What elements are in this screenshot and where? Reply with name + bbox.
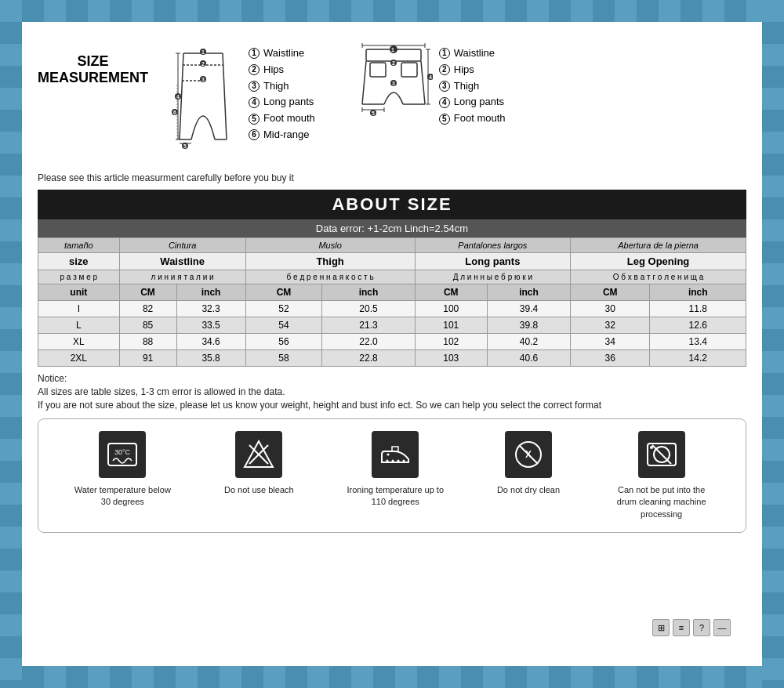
svg-rect-29 [401, 63, 417, 77]
cell-thigh-in: 22.8 [322, 350, 415, 367]
cell-leg-in: 12.6 [650, 317, 746, 334]
svg-line-3 [223, 53, 227, 139]
col-inch2: inch [322, 284, 415, 301]
col-thigh: Thigh [245, 253, 415, 270]
table-row: 2XL 91 35.8 58 22.8 103 40.6 36 14.2 [38, 350, 746, 367]
svg-text:3: 3 [392, 81, 395, 86]
svg-point-58 [403, 460, 405, 462]
col-dlinnye: Д л и н н ы е б р ю к и [415, 270, 571, 284]
please-note-text: Please see this article measurment caref… [38, 172, 746, 183]
size-diagram-section: SIZE MEASUREMENT [38, 38, 746, 163]
col-razmer: р а з м е р [38, 270, 120, 284]
svg-point-57 [397, 460, 400, 462]
border-right [762, 0, 784, 688]
cell-thigh-in: 20.5 [322, 301, 415, 317]
cell-pants-cm: 100 [415, 301, 487, 317]
close-btn[interactable]: — [713, 619, 731, 636]
svg-text:5: 5 [183, 143, 187, 149]
toolbar-icons: ⊞ ≡ ? — [652, 619, 731, 636]
col-cintura: Cintura [119, 238, 245, 253]
svg-text:6: 6 [173, 110, 176, 115]
cell-waist-cm: 85 [119, 317, 176, 334]
care-nodry-text: Do not dry clean [497, 484, 560, 496]
svg-text:2: 2 [392, 60, 395, 66]
cell-thigh-cm: 58 [245, 350, 322, 367]
notice-section: Notice: All sizes are table sizes, 1-3 c… [38, 373, 746, 411]
care-water-text: Water temperature below 30 degrees [71, 484, 173, 509]
about-size-container: ABOUT SIZE Data error: +1-2cm Linch=2.54… [38, 190, 746, 367]
col-abertura: Abertura de la pierna [571, 238, 746, 253]
cell-leg-cm: 36 [571, 350, 650, 367]
table-row: L 85 33.5 54 21.3 101 39.8 32 12.6 [38, 317, 746, 334]
cell-pants-cm: 102 [415, 334, 487, 350]
cell-leg-in: 13.4 [650, 334, 746, 350]
long-pants-measurements: 1 Waistline 2 Hips 3 Thigh 4 Long pants … [249, 45, 315, 143]
col-liniya: л и н и я т а л и и [119, 270, 245, 284]
help-btn[interactable]: ? [693, 619, 710, 636]
cell-thigh-in: 21.3 [322, 317, 415, 334]
col-legopening: Leg Opening [571, 253, 746, 270]
long-pants-diagram: 1 2 3 4 5 [164, 38, 242, 163]
cell-waist-in: 34.6 [176, 334, 245, 350]
care-section: 30°C Water temperature below 30 degrees … [38, 418, 746, 533]
col-size: size [38, 253, 120, 270]
svg-text:4: 4 [429, 74, 432, 80]
cell-size: I [38, 301, 120, 317]
shorts-measurements: 1 Waistline 2 Hips 3 Thigh 4 Long pants … [439, 45, 506, 127]
size-label: SIZE MEASUREMENT [38, 53, 148, 86]
col-muslo: Muslo [245, 238, 415, 253]
svg-text:2: 2 [201, 61, 205, 67]
cell-size: L [38, 317, 120, 334]
table-row: I 82 32.3 52 20.5 100 39.4 30 11.8 [38, 301, 746, 317]
care-water-item: 30°C Water temperature below 30 degrees [71, 431, 173, 509]
about-size-header: ABOUT SIZE [38, 190, 746, 219]
cell-pants-cm: 101 [415, 317, 487, 334]
border-top [0, 0, 784, 22]
svg-line-65 [652, 445, 671, 464]
svg-text:3: 3 [201, 77, 205, 82]
cell-thigh-cm: 54 [245, 317, 322, 334]
col-inch3: inch [487, 284, 570, 301]
cell-waist-in: 32.3 [176, 301, 245, 317]
col-inch4: inch [650, 284, 746, 301]
cell-leg-cm: 32 [571, 317, 650, 334]
cell-leg-cm: 30 [571, 301, 650, 317]
care-bleach-item: Do not use bleach [224, 431, 294, 496]
care-iron-text: Ironing temperature up to 110 degrees [344, 484, 446, 509]
svg-text:X: X [525, 449, 532, 460]
cell-pants-in: 39.8 [487, 317, 570, 334]
care-bleach-text: Do not use bleach [224, 484, 294, 496]
cell-leg-in: 14.2 [650, 350, 746, 367]
table-row: XL 88 34.6 56 22.0 102 40.2 34 13.4 [38, 334, 746, 350]
cell-pants-cm: 103 [415, 350, 487, 367]
col-cm1: СМ [119, 284, 176, 301]
cell-size: XL [38, 334, 120, 350]
list-view-btn[interactable]: ≡ [673, 619, 690, 636]
care-iron-icon [372, 431, 419, 478]
col-obhvat: О б х в а т г о л е н и щ а [571, 270, 746, 284]
col-cm2: СМ [245, 284, 322, 301]
cell-thigh-cm: 56 [245, 334, 322, 350]
svg-point-59 [387, 454, 390, 456]
col-pantalones: Pantalones largos [415, 238, 571, 253]
svg-rect-28 [370, 63, 386, 77]
col-tamano: tamaño [38, 238, 120, 253]
notice-line1: All sizes are table sizes, 1-3 cm error … [38, 386, 746, 397]
cell-thigh-in: 22.0 [322, 334, 415, 350]
svg-point-55 [387, 460, 389, 462]
svg-line-27 [421, 61, 425, 104]
col-cm3: СМ [415, 284, 487, 301]
cell-pants-in: 40.6 [487, 350, 570, 367]
shorts-diagram: 1 2 3 4 [354, 38, 433, 132]
col-inch1: inch [176, 284, 245, 301]
care-nodrum-text: Can not be put into the drum cleaning ma… [611, 484, 713, 520]
cell-waist-cm: 91 [119, 350, 176, 367]
care-nodry-icon: X [505, 431, 552, 478]
cell-waist-cm: 82 [119, 301, 176, 317]
care-iron-item: Ironing temperature up to 110 degrees [344, 431, 446, 509]
notice-line2: If you are not sure about the size, plea… [38, 400, 746, 411]
grid-view-btn[interactable]: ⊞ [652, 619, 670, 636]
care-nodrum-item: Can not be put into the drum cleaning ma… [611, 431, 713, 520]
cell-waist-in: 33.5 [176, 317, 245, 334]
svg-text:1: 1 [391, 47, 394, 53]
